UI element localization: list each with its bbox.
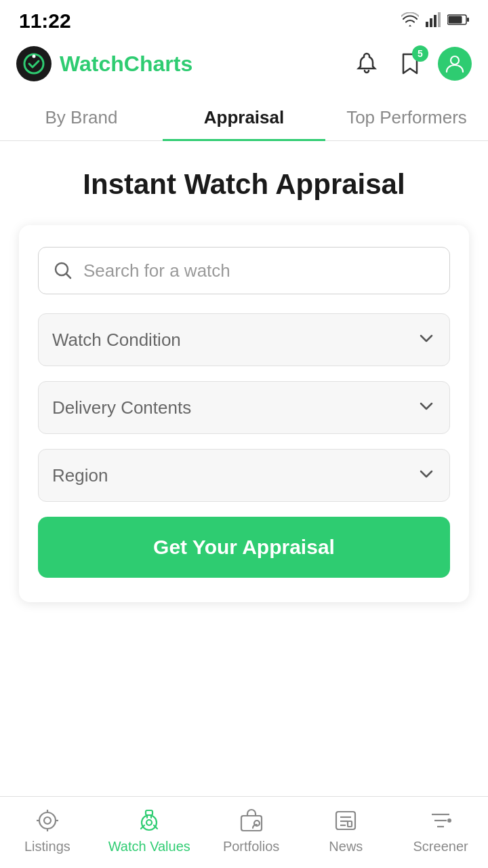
svg-rect-1 (430, 18, 432, 27)
nav-listings-label: Listings (24, 839, 70, 854)
nav-news-label: News (329, 839, 363, 854)
tab-appraisal[interactable]: Appraisal (163, 92, 325, 140)
watch-condition-dropdown[interactable]: Watch Condition (38, 313, 450, 366)
screener-icon (428, 808, 453, 833)
region-arrow (417, 465, 436, 486)
signal-icon (426, 12, 441, 30)
svg-point-18 (146, 820, 152, 825)
status-icons (401, 12, 469, 30)
search-icon (52, 260, 74, 281)
nav-watch-values[interactable]: Watch Values (108, 808, 190, 854)
logo-watch: Watch (60, 52, 124, 76)
svg-point-30 (447, 818, 451, 823)
nav-screener[interactable]: Screener (407, 808, 474, 854)
delivery-contents-arrow (417, 397, 436, 418)
get-appraisal-button[interactable]: Get Your Appraisal (38, 517, 450, 578)
delivery-contents-dropdown[interactable]: Delivery Contents (38, 381, 450, 434)
main-content: Instant Watch Appraisal Search for a wat… (0, 141, 488, 618)
logo-container: WatchCharts (16, 46, 192, 81)
svg-rect-19 (146, 810, 152, 815)
delivery-contents-label: Delivery Contents (52, 397, 191, 418)
nav-portfolios-label: Portfolios (223, 839, 279, 854)
news-icon (333, 808, 359, 833)
region-dropdown[interactable]: Region (38, 449, 450, 502)
bookmark-badge: 5 (412, 45, 428, 62)
nav-portfolios[interactable]: Portfolios (218, 808, 285, 854)
search-field[interactable]: Search for a watch (38, 247, 450, 294)
logo-icon (16, 46, 52, 81)
svg-rect-2 (434, 15, 436, 27)
svg-rect-20 (241, 816, 262, 831)
bookmark-button[interactable]: 5 (394, 48, 426, 79)
wifi-icon (401, 12, 419, 30)
watch-values-icon (136, 808, 162, 833)
svg-point-17 (142, 815, 157, 830)
watch-condition-arrow (417, 329, 436, 351)
nav-screener-label: Screener (413, 839, 468, 854)
status-bar: 11:22 (0, 0, 488, 38)
header-actions: 5 (351, 47, 472, 81)
nav-news[interactable]: News (312, 808, 380, 854)
region-label: Region (52, 465, 108, 486)
tab-top-performers[interactable]: Top Performers (325, 92, 488, 140)
nav-listings[interactable]: Listings (14, 808, 81, 854)
status-time: 11:22 (19, 9, 71, 33)
svg-point-8 (33, 55, 36, 58)
avatar[interactable] (438, 47, 472, 81)
tab-bar: By Brand Appraisal Top Performers (0, 92, 488, 141)
svg-point-12 (44, 817, 51, 824)
listings-icon (35, 808, 60, 833)
search-placeholder: Search for a watch (83, 260, 230, 281)
watch-condition-label: Watch Condition (52, 330, 181, 351)
logo-text: WatchCharts (60, 52, 192, 77)
svg-rect-26 (348, 821, 352, 827)
svg-point-9 (451, 56, 459, 64)
bottom-nav: Listings Watch Values Portfolios (0, 796, 488, 868)
appraisal-card: Search for a watch Watch Condition Deliv… (19, 225, 469, 602)
svg-rect-3 (438, 12, 441, 27)
battery-icon (447, 14, 469, 28)
logo-charts: Charts (124, 52, 192, 76)
page-title: Instant Watch Appraisal (19, 168, 469, 201)
svg-rect-6 (467, 18, 469, 22)
notification-button[interactable] (351, 48, 382, 79)
portfolios-icon (239, 808, 264, 833)
svg-rect-5 (449, 16, 462, 24)
svg-rect-0 (426, 22, 428, 27)
svg-point-11 (39, 812, 56, 829)
nav-watch-values-label: Watch Values (108, 839, 190, 854)
header: WatchCharts 5 (0, 38, 488, 92)
tab-by-brand[interactable]: By Brand (0, 92, 163, 140)
